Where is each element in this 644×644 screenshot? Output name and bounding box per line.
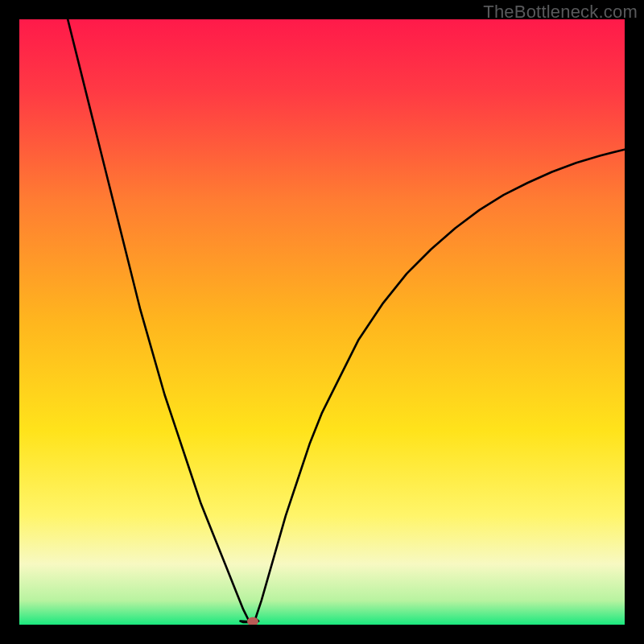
chart-frame: TheBottleneck.com <box>0 0 644 644</box>
plot-area <box>19 19 625 625</box>
svg-rect-0 <box>19 19 625 625</box>
min-point-marker <box>247 617 258 625</box>
background-gradient <box>19 19 625 625</box>
